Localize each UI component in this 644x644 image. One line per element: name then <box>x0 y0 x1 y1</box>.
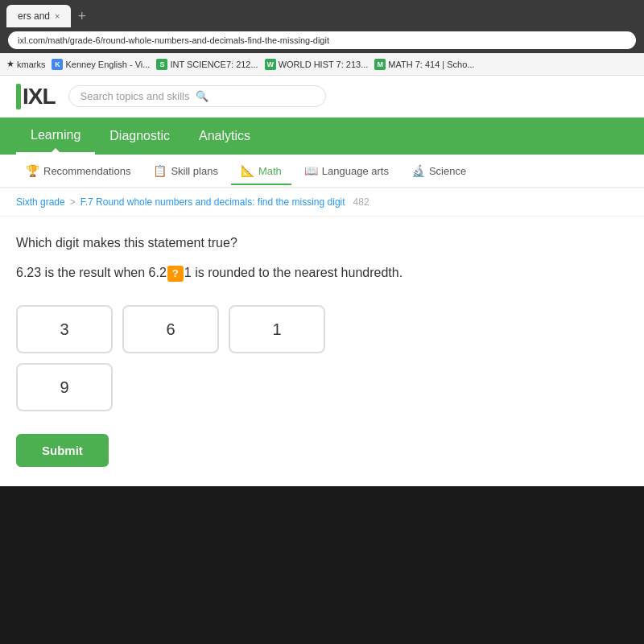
sub-nav: 🏆 Recommendations 📋 Skill plans 📐 Math 📖… <box>0 155 644 188</box>
nav-bar: Learning Diagnostic Analytics <box>0 118 644 155</box>
nav-item-diagnostic[interactable]: Diagnostic <box>95 119 184 153</box>
missing-digit-box: ? <box>167 266 184 282</box>
bookmark-world[interactable]: W WORLD HIST 7: 213... <box>265 59 369 70</box>
sub-nav-science[interactable]: 🔬 Science <box>402 158 476 185</box>
url-input[interactable]: ixl.com/math/grade-6/round-whole-numbers… <box>8 31 636 49</box>
browser-chrome: ers and × + ixl.com/math/grade-6/round-w… <box>0 0 644 76</box>
tab-bar: ers and × + <box>0 0 644 27</box>
bookmark-world-label: WORLD HIST 7: 213... <box>279 60 369 69</box>
sub-nav-science-label: Science <box>429 165 466 177</box>
problem-part1: 6.23 is the result when 6.2 <box>16 266 167 279</box>
bookmark-star-icon: ★ <box>6 59 14 69</box>
sub-nav-languagearts-label: Language arts <box>322 165 389 177</box>
ixl-website: IXL Search topics and skills 🔍 Learning … <box>0 76 644 486</box>
breadcrumb: Sixth grade > F.7 Round whole numbers an… <box>0 188 644 217</box>
bookmark-label: kmarks <box>17 60 45 69</box>
submit-button[interactable]: Submit <box>16 434 109 467</box>
bookmark-math[interactable]: M MATH 7: 414 | Scho... <box>374 59 474 70</box>
new-tab-button[interactable]: + <box>71 9 93 23</box>
sub-nav-math-label: Math <box>258 165 282 177</box>
bookmark-world-icon: W <box>265 59 276 70</box>
content-area: Which digit makes this statement true? 6… <box>0 217 644 486</box>
address-bar: ixl.com/math/grade-6/round-whole-numbers… <box>0 27 644 53</box>
nav-analytics-label: Analytics <box>199 129 250 142</box>
ixl-header: IXL Search topics and skills 🔍 <box>0 76 644 118</box>
active-tab[interactable]: ers and × <box>6 5 71 27</box>
search-bar[interactable]: Search topics and skills 🔍 <box>68 85 326 107</box>
nav-item-analytics[interactable]: Analytics <box>184 119 265 153</box>
nav-learning-label: Learning <box>31 128 80 142</box>
sub-nav-math[interactable]: 📐 Math <box>231 158 291 185</box>
skillplans-icon: 📋 <box>153 164 167 177</box>
bookmark-math-label: MATH 7: 414 | Scho... <box>388 60 474 69</box>
sub-nav-recommendations[interactable]: 🏆 Recommendations <box>16 158 140 185</box>
breadcrumb-count: 482 <box>353 196 369 208</box>
bookmark-science-label: INT SCIENCE7: 212... <box>170 60 258 69</box>
question-title: Which digit makes this statement true? <box>16 236 628 250</box>
answer-button-6[interactable]: 6 <box>122 305 219 353</box>
bookmark-science-icon: S <box>156 59 167 70</box>
answer-grid: 3 6 1 9 <box>16 305 419 411</box>
logo-text: IXL <box>23 84 56 109</box>
science-icon: 🔬 <box>411 164 425 177</box>
logo-bar-icon <box>16 84 21 109</box>
answer-button-1[interactable]: 1 <box>229 305 325 353</box>
search-icon: 🔍 <box>196 90 208 102</box>
problem-text: 6.23 is the result when 6.2?1 is rounded… <box>16 263 628 283</box>
tab-close-button[interactable]: × <box>55 11 60 21</box>
nav-diagnostic-label: Diagnostic <box>109 129 170 142</box>
recommendations-icon: 🏆 <box>26 164 39 177</box>
tab-label: ers and <box>18 10 50 22</box>
sub-nav-skillplans[interactable]: 📋 Skill plans <box>143 158 228 185</box>
breadcrumb-separator: > <box>70 196 76 208</box>
bookmark-kenney-icon: K <box>52 59 63 70</box>
bookmarks-bar: ★ kmarks K Kenney English - Vi... S INT … <box>0 53 644 76</box>
problem-part2: 1 is rounded to the nearest hundredth. <box>184 266 402 279</box>
search-placeholder: Search topics and skills <box>80 90 190 102</box>
bookmark-item[interactable]: ★ kmarks <box>6 59 45 69</box>
answer-button-9[interactable]: 9 <box>16 363 113 411</box>
bookmark-math-icon: M <box>374 59 386 70</box>
math-icon: 📐 <box>241 164 254 177</box>
bookmark-kenney-label: Kenney English - Vi... <box>65 60 150 69</box>
sub-nav-recommendations-label: Recommendations <box>43 165 130 177</box>
breadcrumb-grade[interactable]: Sixth grade <box>16 196 65 208</box>
sub-nav-skillplans-label: Skill plans <box>171 165 218 177</box>
ixl-logo[interactable]: IXL <box>16 84 56 109</box>
bookmark-science[interactable]: S INT SCIENCE7: 212... <box>156 59 258 70</box>
languagearts-icon: 📖 <box>304 164 318 177</box>
bookmark-kenney[interactable]: K Kenney English - Vi... <box>52 59 150 70</box>
nav-item-learning[interactable]: Learning <box>16 118 95 155</box>
breadcrumb-skill[interactable]: F.7 Round whole numbers and decimals: fi… <box>80 196 345 208</box>
url-text: ixl.com/math/grade-6/round-whole-numbers… <box>18 35 329 45</box>
sub-nav-languagearts[interactable]: 📖 Language arts <box>295 158 398 185</box>
answer-button-3[interactable]: 3 <box>16 305 113 353</box>
